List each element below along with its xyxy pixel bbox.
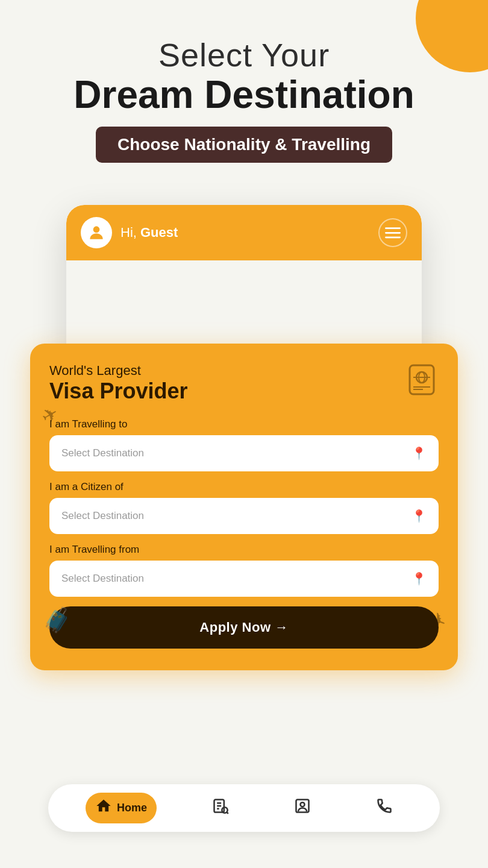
visa-card: ✈ 🧳 ✈ World's Largest Visa Provider I am… xyxy=(30,344,458,670)
travelling-from-input[interactable]: Select Destination 📍 xyxy=(49,561,439,597)
travelling-from-placeholder: Select Destination xyxy=(61,573,144,585)
travelling-from-label: I am Travelling from xyxy=(49,544,439,556)
select-your-label: Select Your xyxy=(0,36,488,74)
location-icon-3: 📍 xyxy=(411,571,427,586)
home-label: Home xyxy=(117,802,147,814)
visa-card-header: World's Largest Visa Provider xyxy=(49,363,439,404)
apply-now-button[interactable]: Apply Now → xyxy=(49,606,439,649)
svg-point-0 xyxy=(93,226,100,233)
phone-icon xyxy=(376,797,393,819)
avatar xyxy=(81,217,112,248)
greeting-text: Hi, Guest xyxy=(120,225,178,241)
phone-body xyxy=(66,260,422,297)
dream-destination-label: Dream Destination xyxy=(0,74,488,116)
home-icon xyxy=(95,797,112,819)
menu-button[interactable] xyxy=(378,218,407,247)
worlds-largest-text: World's Largest xyxy=(49,363,187,379)
svg-rect-3 xyxy=(385,237,401,239)
location-icon-2: 📍 xyxy=(411,509,427,523)
travelling-to-group: I am Travelling to Select Destination 📍 xyxy=(49,418,439,471)
citizen-of-group: I am a Citizen of Select Destination 📍 xyxy=(49,481,439,534)
nav-contact[interactable] xyxy=(366,793,402,823)
bag-icon-left: 🧳 xyxy=(42,606,72,634)
bottom-navigation: Home xyxy=(48,784,440,832)
phone-header-left: Hi, Guest xyxy=(81,217,178,248)
phone-header: Hi, Guest xyxy=(66,205,422,260)
citizen-of-placeholder: Select Destination xyxy=(61,510,144,522)
svg-line-13 xyxy=(227,813,228,814)
profile-icon xyxy=(294,797,311,819)
nav-profile[interactable] xyxy=(284,793,321,823)
header-section: Select Your Dream Destination Choose Nat… xyxy=(0,36,488,163)
svg-point-17 xyxy=(300,802,304,807)
citizen-of-input[interactable]: Select Destination 📍 xyxy=(49,498,439,534)
travelling-from-group: I am Travelling from Select Destination … xyxy=(49,544,439,597)
nationality-badge: Choose Nationality & Travelling xyxy=(96,127,392,163)
svg-rect-2 xyxy=(385,232,401,234)
nav-home[interactable]: Home xyxy=(86,793,157,823)
travelling-to-label: I am Travelling to xyxy=(49,418,439,430)
passport-icon xyxy=(405,363,439,403)
svg-rect-1 xyxy=(385,227,401,229)
travelling-to-input[interactable]: Select Destination 📍 xyxy=(49,435,439,471)
visa-provider-text: Visa Provider xyxy=(49,379,187,404)
visa-title: World's Largest Visa Provider xyxy=(49,363,187,404)
search-icon xyxy=(212,797,229,819)
travelling-to-placeholder: Select Destination xyxy=(61,447,144,459)
nav-search[interactable] xyxy=(202,793,239,823)
location-icon-1: 📍 xyxy=(411,446,427,461)
citizen-of-label: I am a Citizen of xyxy=(49,481,439,493)
